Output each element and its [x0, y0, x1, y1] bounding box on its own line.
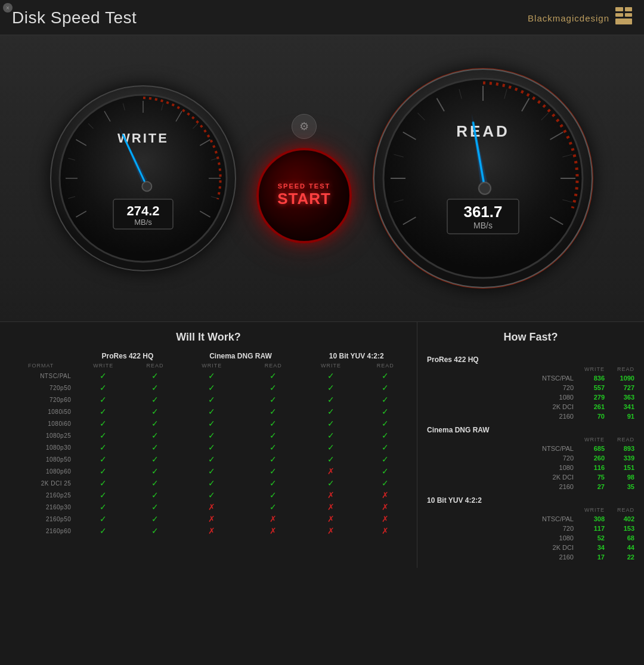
- close-icon: ×: [6, 5, 10, 11]
- svg-text:274.2: 274.2: [126, 203, 159, 218]
- speed-format-label: 2160: [423, 412, 578, 421]
- speed-format-label: 720: [423, 524, 578, 533]
- format-label: 720p60: [6, 394, 76, 406]
- close-button[interactable]: ×: [3, 3, 13, 13]
- speed-format-label: 2160: [423, 482, 578, 491]
- prores-write-header: WRITE: [76, 361, 131, 370]
- speed-data-row: 2K DCI261341: [423, 402, 638, 412]
- compatibility-cell: ✓: [131, 513, 179, 525]
- will-it-work-row: 1080p30✓✓✓✓✓✓: [6, 441, 411, 453]
- speed-test-label: SPEED TEST: [278, 183, 330, 190]
- compatibility-cell: ✓: [179, 417, 244, 429]
- compatibility-cell: ✓: [179, 382, 244, 394]
- format-label: 720p50: [6, 382, 76, 394]
- compatibility-cell: ✓: [179, 441, 244, 453]
- will-it-work-row: 720p60✓✓✓✓✓✓: [6, 394, 411, 406]
- svg-text:361.7: 361.7: [463, 203, 502, 221]
- compatibility-cell: ✗: [360, 489, 411, 501]
- speed-format-label: 2K DCI: [423, 402, 578, 412]
- compatibility-cell: ✓: [131, 382, 179, 394]
- format-col-header: FORMAT: [6, 361, 76, 370]
- speed-subheader: WRITEREAD: [423, 506, 638, 514]
- format-header: [6, 351, 76, 361]
- settings-button[interactable]: ⚙: [292, 114, 317, 139]
- compatibility-cell: ✗: [302, 465, 360, 477]
- speed-format-label: 1080: [423, 463, 578, 472]
- center-controls: ⚙ SPEED TEST START: [256, 114, 352, 243]
- speed-read-value: 91: [608, 412, 638, 421]
- speed-format-label: 1080: [423, 533, 578, 543]
- gauges-section: WRITE 274.2 MB/s ⚙ SPEED TEST START: [0, 35, 644, 321]
- speed-write-value: 308: [578, 514, 608, 524]
- format-label: 2160p50: [6, 513, 76, 525]
- will-it-work-table: ProRes 422 HQ Cinema DNG RAW 10 Bit YUV …: [6, 351, 411, 537]
- compatibility-cell: ✓: [179, 394, 244, 406]
- start-button[interactable]: SPEED TEST START: [256, 148, 352, 243]
- speed-data-row: 1080116151: [423, 463, 638, 472]
- cinema-header: Cinema DNG RAW: [179, 351, 302, 361]
- brand-name: Blackmagicdesign: [528, 13, 609, 23]
- will-it-work-row: 1080p50✓✓✓✓✓✓: [6, 453, 411, 465]
- speed-data-row: NTSC/PAL8361090: [423, 373, 638, 383]
- speed-write-value: 261: [578, 402, 608, 412]
- title-bar: Disk Speed Test Blackmagicdesign: [0, 0, 644, 35]
- speed-data-row: 2K DCI3444: [423, 543, 638, 552]
- will-it-work-row: 1080i50✓✓✓✓✓✓: [6, 406, 411, 417]
- speed-write-value: 70: [578, 412, 608, 421]
- prores-header: ProRes 422 HQ: [76, 351, 179, 361]
- will-it-work-row: 2160p60✓✓✗✗✗✗: [6, 525, 411, 537]
- speed-group-header: 10 Bit YUV 4:2:2: [423, 491, 638, 506]
- compatibility-cell: ✓: [76, 513, 131, 525]
- compatibility-cell: ✓: [131, 406, 179, 417]
- speed-write-value: 685: [578, 444, 608, 453]
- compatibility-cell: ✓: [131, 489, 179, 501]
- format-label: 1080i60: [6, 417, 76, 429]
- speed-read-value: 727: [608, 383, 638, 392]
- compatibility-cell: ✓: [360, 394, 411, 406]
- will-it-work-panel: Will It Work? ProRes 422 HQ Cinema DNG R…: [0, 322, 417, 568]
- compatibility-cell: ✓: [131, 370, 179, 382]
- brand-logo: Blackmagicdesign: [528, 7, 632, 29]
- compatibility-cell: ✓: [360, 382, 411, 394]
- speed-format-label: 2K DCI: [423, 472, 578, 482]
- format-label: 1080p25: [6, 429, 76, 441]
- compatibility-cell: ✗: [302, 513, 360, 525]
- compatibility-cell: ✓: [302, 441, 360, 453]
- speed-format-label: NTSC/PAL: [423, 444, 578, 453]
- compatibility-cell: ✗: [302, 489, 360, 501]
- will-it-work-row: 720p50✓✓✓✓✓✓: [6, 382, 411, 394]
- speed-write-value: 34: [578, 543, 608, 552]
- compatibility-cell: ✓: [179, 406, 244, 417]
- compatibility-cell: ✓: [360, 477, 411, 489]
- compatibility-cell: ✗: [179, 525, 244, 537]
- compatibility-cell: ✓: [244, 406, 302, 417]
- write-gauge-svg: WRITE 274.2 MB/s: [48, 83, 239, 274]
- speed-read-value: 68: [608, 533, 638, 543]
- compatibility-cell: ✓: [360, 417, 411, 429]
- read-gauge-svg: READ 361.7 MB/s: [370, 65, 596, 292]
- speed-data-row: 720557727: [423, 383, 638, 392]
- will-it-work-row: 1080p60✓✓✓✓✗✓: [6, 465, 411, 477]
- format-label: 1080p50: [6, 453, 76, 465]
- format-label: 1080p30: [6, 441, 76, 453]
- speed-read-value: 363: [608, 392, 638, 402]
- start-label: START: [277, 190, 331, 208]
- compatibility-cell: ✓: [131, 441, 179, 453]
- compatibility-cell: ✓: [131, 417, 179, 429]
- data-section: Will It Work? ProRes 422 HQ Cinema DNG R…: [0, 321, 644, 568]
- format-label: NTSC/PAL: [6, 370, 76, 382]
- compatibility-cell: ✓: [244, 441, 302, 453]
- compatibility-cell: ✓: [179, 429, 244, 441]
- cinema-write-header: WRITE: [179, 361, 244, 370]
- speed-read-value: 22: [608, 552, 638, 562]
- compatibility-cell: ✓: [302, 394, 360, 406]
- speed-data-row: 720117153: [423, 524, 638, 533]
- how-fast-table: ProRes 422 HQWRITEREADNTSC/PAL8361090720…: [423, 351, 638, 562]
- compatibility-cell: ✓: [76, 477, 131, 489]
- compatibility-cell: ✓: [131, 453, 179, 465]
- compatibility-cell: ✓: [302, 370, 360, 382]
- speed-read-value: 35: [608, 482, 638, 491]
- svg-text:MB/s: MB/s: [473, 221, 493, 230]
- speed-format-label: 1080: [423, 392, 578, 402]
- compatibility-cell: ✓: [76, 394, 131, 406]
